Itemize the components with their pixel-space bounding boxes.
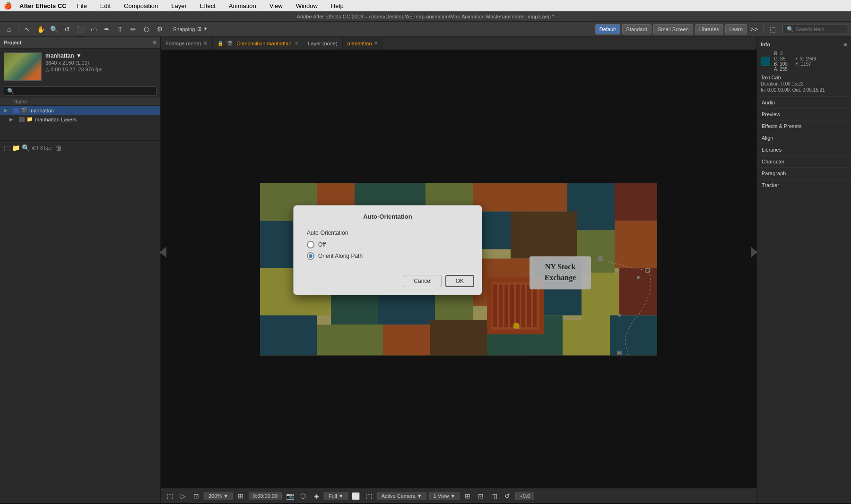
- menu-file[interactable]: File: [74, 2, 90, 9]
- more-workspaces-icon[interactable]: >>: [749, 24, 759, 34]
- region-icon[interactable]: ⬡: [298, 491, 308, 501]
- quality-control[interactable]: Full ▼: [324, 492, 348, 500]
- right-panel-audio[interactable]: Audio: [757, 97, 851, 109]
- coord-values: + X: 1949 Y: 1197: [795, 56, 816, 67]
- menu-layer[interactable]: Layer: [168, 2, 190, 9]
- right-panel-paragraph-label: Paragraph: [762, 171, 786, 176]
- camera-tool[interactable]: ⬛: [75, 24, 86, 34]
- transparency-icon[interactable]: ◫: [489, 491, 499, 501]
- timecode-display: 0:00:00:00: [253, 493, 278, 499]
- menu-effect[interactable]: Effect: [197, 2, 218, 9]
- left-panel: Project ≡ manhattan ▼ 3840 x 2160 (1.00)…: [0, 37, 161, 503]
- tab-footage[interactable]: Footage (none) ✕: [161, 37, 213, 50]
- menu-view[interactable]: View: [267, 2, 286, 9]
- hand-tool[interactable]: ✋: [35, 24, 46, 34]
- offset-value: +0.0: [520, 493, 530, 499]
- comp-name-chip-close[interactable]: ✕: [374, 41, 378, 46]
- workspace-default[interactable]: Default: [595, 24, 620, 34]
- help-search-input[interactable]: [796, 26, 843, 32]
- tab-comp-label[interactable]: Composition manhattan: [236, 41, 291, 46]
- timecode-control[interactable]: 0:00:00:00: [249, 492, 282, 500]
- select-tool[interactable]: ↖: [22, 24, 33, 34]
- new-folder-icon[interactable]: 📁: [12, 144, 20, 152]
- menu-bar: 🍎 After Effects CC File Edit Composition…: [0, 0, 851, 11]
- right-panel-align[interactable]: Align: [757, 132, 851, 144]
- clone-tool[interactable]: ⬡: [141, 24, 152, 34]
- active-camera-control[interactable]: Active Camera ▼: [377, 492, 426, 500]
- reset-icon[interactable]: ⊞: [235, 491, 246, 501]
- camera-capture-icon[interactable]: 📷: [285, 491, 295, 501]
- menu-edit[interactable]: Edit: [97, 2, 113, 9]
- right-panel-paragraph[interactable]: Paragraph: [757, 168, 851, 179]
- right-panel-preview-label: Preview: [762, 111, 780, 117]
- home-icon[interactable]: ⌂: [4, 24, 14, 34]
- dialog-section-label: Auto-Orientation: [307, 230, 469, 236]
- color-g: G: 85: [774, 56, 788, 61]
- render-icon[interactable]: ⬚: [165, 491, 175, 501]
- project-layer-manhattan-layers[interactable]: ▶ 📁 manhattan Layers: [0, 115, 160, 124]
- menu-animation[interactable]: Animation: [226, 2, 259, 9]
- workspace-learn[interactable]: Learn: [725, 24, 747, 34]
- right-panel-effects-presets[interactable]: Effects & Presets: [757, 120, 851, 132]
- tab-layer-label: Layer (none): [308, 41, 337, 46]
- snapping-control[interactable]: Snapping ⊞ ✦: [173, 26, 208, 32]
- radio-inner-dot: [309, 254, 313, 258]
- dialog-option-off-label: Off: [318, 241, 326, 248]
- tab-footage-close[interactable]: ✕: [203, 40, 208, 47]
- radio-orient-along-path[interactable]: [307, 252, 314, 260]
- auto-orientation-dialog: Auto-Orientation Auto-Orientation Off: [293, 205, 482, 295]
- text-tool[interactable]: T: [115, 24, 125, 34]
- right-panel-preview[interactable]: Preview: [757, 109, 851, 120]
- delete-icon[interactable]: 🗑: [55, 144, 62, 152]
- zoom-control[interactable]: 200% ▼: [204, 492, 233, 500]
- right-panel-character[interactable]: Character: [757, 156, 851, 168]
- puppet-tool[interactable]: ⚙: [155, 24, 165, 34]
- brush-tool[interactable]: ✏: [128, 24, 139, 34]
- refresh-icon[interactable]: ↺: [502, 491, 512, 501]
- radio-off[interactable]: [307, 241, 314, 248]
- rotate-tool[interactable]: ↺: [62, 24, 72, 34]
- right-panel-character-label: Character: [762, 159, 784, 164]
- workspace-small-screen[interactable]: Small Screen: [653, 24, 693, 34]
- info-in-out: In: 0:00:00:00, Out: 0:00:15:21: [761, 87, 847, 93]
- dialog-cancel-button[interactable]: Cancel: [404, 275, 441, 287]
- menu-composition[interactable]: Composition: [121, 2, 161, 9]
- project-panel-title: Project: [4, 40, 21, 45]
- viewer-toolbar: ⬚ ▷ ⊡ 200% ▼ ⊞ 0:00:00:00 📷 ⬡ ◈ Full ▼ ⬜…: [161, 488, 756, 503]
- output-icon[interactable]: ⊡: [191, 491, 201, 501]
- overlay-icon[interactable]: ⊡: [476, 491, 486, 501]
- viewer-toggle-icon[interactable]: ⬜: [351, 491, 361, 501]
- rect-tool[interactable]: ▭: [88, 24, 99, 34]
- project-search-input[interactable]: [16, 88, 153, 94]
- project-menu-icon[interactable]: ≡: [153, 39, 156, 46]
- maximize-icon[interactable]: ⬚: [767, 24, 778, 34]
- label-icon[interactable]: 🏷: [32, 144, 38, 152]
- new-item-icon[interactable]: ⬚: [4, 144, 10, 152]
- right-panel-tracker[interactable]: Tracker: [757, 179, 851, 191]
- tab-layer[interactable]: Layer (none): [303, 37, 342, 50]
- search-bottom-icon[interactable]: 🔍: [22, 144, 30, 152]
- workspace-libraries[interactable]: Libraries: [695, 24, 723, 34]
- tab-comp-options-icon[interactable]: ≡: [295, 41, 298, 46]
- menu-help[interactable]: Help: [328, 2, 347, 9]
- project-layer-manhattan[interactable]: ▶ 🎬 manhattan: [0, 106, 160, 115]
- right-panel-libraries[interactable]: Libraries: [757, 144, 851, 156]
- title-bar: Adobe After Effects CC 2019 – /Users/Des…: [0, 11, 851, 22]
- menu-window[interactable]: Window: [293, 2, 321, 9]
- draft-icon[interactable]: ◈: [311, 491, 321, 501]
- dialog-option-orient-label: Orient Along Path: [318, 253, 363, 259]
- apple-menu[interactable]: 🍎: [4, 2, 12, 9]
- pen-tool[interactable]: ✒: [102, 24, 112, 34]
- info-panel-menu-icon[interactable]: ≡: [843, 41, 847, 48]
- preview-icon[interactable]: ▷: [178, 491, 188, 501]
- dialog-ok-button[interactable]: OK: [445, 275, 474, 287]
- workspace-standard[interactable]: Standard: [622, 24, 652, 34]
- tab-comp-icon: 🎬: [227, 41, 233, 46]
- offset-control[interactable]: +0.0: [515, 492, 534, 500]
- view-count-control[interactable]: 1 View ▼: [429, 492, 460, 500]
- 3d-icon[interactable]: ⬚: [364, 491, 374, 501]
- quality-dropdown-icon: ▼: [339, 493, 344, 499]
- grid-icon[interactable]: ⊞: [462, 491, 473, 501]
- project-layer-name-layers: manhattan Layers: [35, 117, 77, 122]
- zoom-tool[interactable]: 🔍: [49, 24, 59, 34]
